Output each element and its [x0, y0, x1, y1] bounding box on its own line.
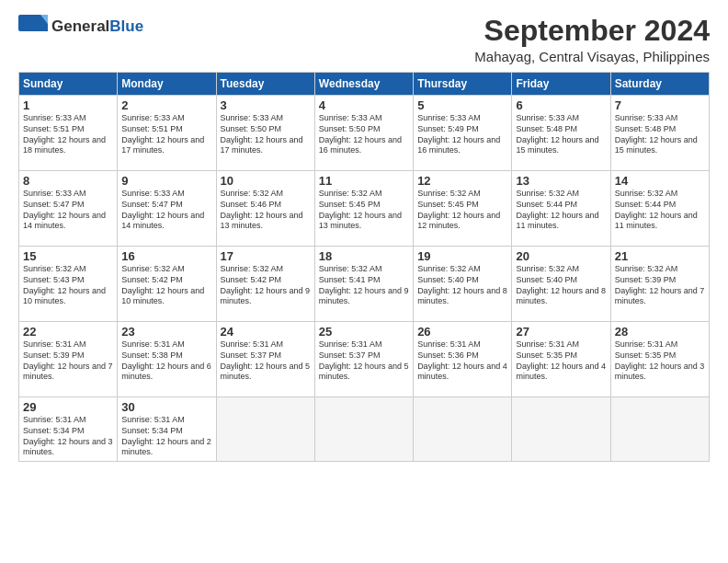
table-row	[610, 397, 709, 462]
col-friday: Friday	[512, 73, 610, 96]
cell-info: Sunrise: 5:31 AM Sunset: 5:37 PM Dayligh…	[221, 339, 311, 383]
cell-info: Sunrise: 5:32 AM Sunset: 5:43 PM Dayligh…	[23, 264, 113, 307]
table-row: 4 Sunrise: 5:33 AM Sunset: 5:50 PM Dayli…	[314, 96, 413, 171]
cell-info: Sunrise: 5:33 AM Sunset: 5:51 PM Dayligh…	[23, 113, 113, 156]
col-tuesday: Tuesday	[216, 73, 314, 96]
table-row: 20 Sunrise: 5:32 AM Sunset: 5:40 PM Dayl…	[512, 247, 610, 322]
cell-info: Sunrise: 5:33 AM Sunset: 5:49 PM Dayligh…	[417, 113, 507, 156]
day-number: 5	[417, 98, 507, 112]
day-number: 19	[417, 249, 507, 263]
day-number: 7	[615, 98, 705, 112]
calendar-table: Sunday Monday Tuesday Wednesday Thursday…	[18, 72, 710, 462]
cell-info: Sunrise: 5:31 AM Sunset: 5:38 PM Dayligh…	[121, 339, 211, 383]
day-number: 13	[516, 174, 606, 188]
cell-info: Sunrise: 5:32 AM Sunset: 5:41 PM Dayligh…	[319, 264, 409, 307]
day-number: 2	[121, 98, 211, 112]
table-row	[512, 397, 610, 462]
table-row: 8 Sunrise: 5:33 AM Sunset: 5:47 PM Dayli…	[19, 171, 118, 247]
table-row: 9 Sunrise: 5:33 AM Sunset: 5:47 PM Dayli…	[118, 171, 216, 247]
table-row: 2 Sunrise: 5:33 AM Sunset: 5:51 PM Dayli…	[118, 96, 216, 171]
month-title: September 2024	[474, 15, 710, 47]
day-number: 27	[516, 325, 606, 339]
cell-info: Sunrise: 5:32 AM Sunset: 5:42 PM Dayligh…	[121, 264, 211, 307]
table-row: 5 Sunrise: 5:33 AM Sunset: 5:49 PM Dayli…	[414, 96, 512, 171]
table-row	[414, 397, 512, 462]
table-row: 18 Sunrise: 5:32 AM Sunset: 5:41 PM Dayl…	[314, 247, 413, 322]
table-row: 27 Sunrise: 5:31 AM Sunset: 5:35 PM Dayl…	[512, 322, 610, 397]
col-wednesday: Wednesday	[314, 73, 413, 96]
day-number: 30	[121, 400, 211, 414]
day-number: 3	[221, 98, 311, 112]
day-number: 11	[319, 174, 409, 188]
table-row: 19 Sunrise: 5:32 AM Sunset: 5:40 PM Dayl…	[414, 247, 512, 322]
day-number: 14	[615, 174, 705, 188]
cell-info: Sunrise: 5:31 AM Sunset: 5:34 PM Dayligh…	[121, 415, 211, 458]
day-number: 12	[417, 174, 507, 188]
col-saturday: Saturday	[610, 73, 709, 96]
cell-info: Sunrise: 5:33 AM Sunset: 5:47 PM Dayligh…	[23, 189, 113, 232]
cell-info: Sunrise: 5:32 AM Sunset: 5:45 PM Dayligh…	[417, 189, 507, 232]
day-number: 20	[516, 249, 606, 263]
cell-info: Sunrise: 5:32 AM Sunset: 5:45 PM Dayligh…	[319, 189, 409, 232]
table-row: 11 Sunrise: 5:32 AM Sunset: 5:45 PM Dayl…	[314, 171, 413, 247]
page: GeneralBlue September 2024 Mahayag, Cent…	[0, 0, 728, 563]
cell-info: Sunrise: 5:32 AM Sunset: 5:39 PM Dayligh…	[615, 264, 705, 307]
cell-info: Sunrise: 5:31 AM Sunset: 5:35 PM Dayligh…	[615, 339, 705, 383]
table-row: 3 Sunrise: 5:33 AM Sunset: 5:50 PM Dayli…	[216, 96, 314, 171]
cell-info: Sunrise: 5:32 AM Sunset: 5:42 PM Dayligh…	[221, 264, 311, 307]
day-number: 4	[319, 98, 409, 112]
cell-info: Sunrise: 5:33 AM Sunset: 5:51 PM Dayligh…	[121, 113, 211, 156]
table-row: 7 Sunrise: 5:33 AM Sunset: 5:48 PM Dayli…	[610, 96, 709, 171]
table-row: 17 Sunrise: 5:32 AM Sunset: 5:42 PM Dayl…	[216, 247, 314, 322]
table-row: 14 Sunrise: 5:32 AM Sunset: 5:44 PM Dayl…	[610, 171, 709, 247]
cell-info: Sunrise: 5:31 AM Sunset: 5:37 PM Dayligh…	[319, 339, 409, 383]
table-row: 13 Sunrise: 5:32 AM Sunset: 5:44 PM Dayl…	[512, 171, 610, 247]
col-thursday: Thursday	[414, 73, 512, 96]
table-row: 22 Sunrise: 5:31 AM Sunset: 5:39 PM Dayl…	[19, 322, 118, 397]
table-row: 10 Sunrise: 5:32 AM Sunset: 5:46 PM Dayl…	[216, 171, 314, 247]
table-row: 23 Sunrise: 5:31 AM Sunset: 5:38 PM Dayl…	[118, 322, 216, 397]
location-title: Mahayag, Central Visayas, Philippines	[474, 49, 710, 64]
cell-info: Sunrise: 5:33 AM Sunset: 5:50 PM Dayligh…	[221, 113, 311, 156]
table-row: 28 Sunrise: 5:31 AM Sunset: 5:35 PM Dayl…	[610, 322, 709, 397]
day-number: 21	[615, 249, 705, 263]
table-row	[216, 397, 314, 462]
day-number: 17	[221, 249, 311, 263]
cell-info: Sunrise: 5:33 AM Sunset: 5:50 PM Dayligh…	[319, 113, 409, 156]
cell-info: Sunrise: 5:31 AM Sunset: 5:36 PM Dayligh…	[417, 339, 507, 383]
table-row	[314, 397, 413, 462]
day-number: 25	[319, 325, 409, 339]
cell-info: Sunrise: 5:33 AM Sunset: 5:47 PM Dayligh…	[121, 189, 211, 232]
table-row: 12 Sunrise: 5:32 AM Sunset: 5:45 PM Dayl…	[414, 171, 512, 247]
table-row: 15 Sunrise: 5:32 AM Sunset: 5:43 PM Dayl…	[19, 247, 118, 322]
cell-info: Sunrise: 5:32 AM Sunset: 5:40 PM Dayligh…	[516, 264, 606, 307]
logo-blue: Blue	[109, 17, 143, 35]
table-row: 26 Sunrise: 5:31 AM Sunset: 5:36 PM Dayl…	[414, 322, 512, 397]
table-row: 6 Sunrise: 5:33 AM Sunset: 5:48 PM Dayli…	[512, 96, 610, 171]
cell-info: Sunrise: 5:33 AM Sunset: 5:48 PM Dayligh…	[516, 113, 606, 156]
day-number: 16	[121, 249, 211, 263]
day-number: 6	[516, 98, 606, 112]
table-row: 16 Sunrise: 5:32 AM Sunset: 5:42 PM Dayl…	[118, 247, 216, 322]
table-row: 1 Sunrise: 5:33 AM Sunset: 5:51 PM Dayli…	[19, 96, 118, 171]
cell-info: Sunrise: 5:31 AM Sunset: 5:34 PM Dayligh…	[23, 415, 113, 458]
table-row: 30 Sunrise: 5:31 AM Sunset: 5:34 PM Dayl…	[118, 397, 216, 462]
title-block: September 2024 Mahayag, Central Visayas,…	[474, 15, 710, 64]
day-number: 23	[121, 325, 211, 339]
cell-info: Sunrise: 5:31 AM Sunset: 5:35 PM Dayligh…	[516, 339, 606, 383]
cell-info: Sunrise: 5:32 AM Sunset: 5:44 PM Dayligh…	[615, 189, 705, 232]
table-row: 21 Sunrise: 5:32 AM Sunset: 5:39 PM Dayl…	[610, 247, 709, 322]
logo-general: General	[51, 17, 109, 35]
cell-info: Sunrise: 5:32 AM Sunset: 5:44 PM Dayligh…	[516, 189, 606, 232]
table-row: 24 Sunrise: 5:31 AM Sunset: 5:37 PM Dayl…	[216, 322, 314, 397]
day-number: 8	[23, 174, 113, 188]
day-number: 26	[417, 325, 507, 339]
cell-info: Sunrise: 5:33 AM Sunset: 5:48 PM Dayligh…	[615, 113, 705, 156]
logo: GeneralBlue	[18, 15, 143, 39]
cell-info: Sunrise: 5:31 AM Sunset: 5:39 PM Dayligh…	[23, 339, 113, 383]
day-number: 15	[23, 249, 113, 263]
col-monday: Monday	[118, 73, 216, 96]
table-row: 29 Sunrise: 5:31 AM Sunset: 5:34 PM Dayl…	[19, 397, 118, 462]
day-number: 18	[319, 249, 409, 263]
day-number: 9	[121, 174, 211, 188]
